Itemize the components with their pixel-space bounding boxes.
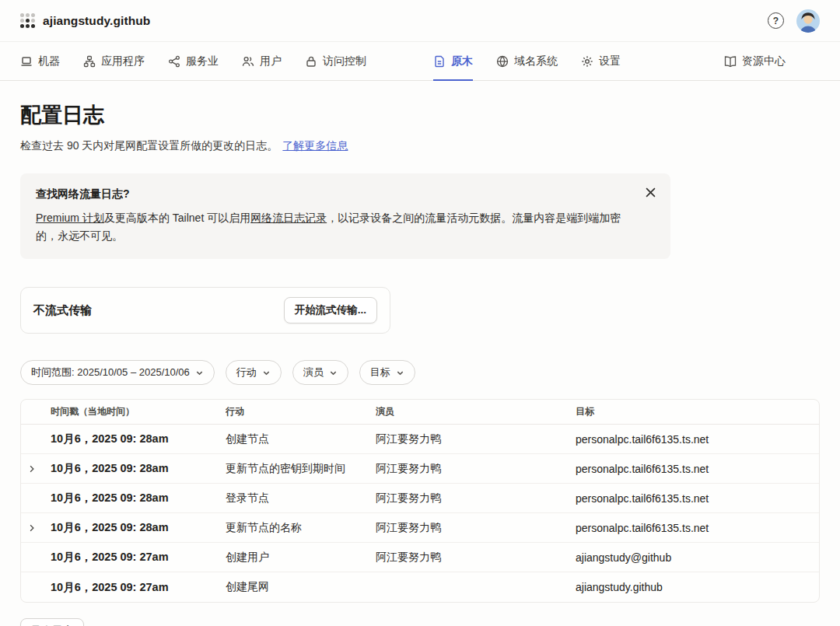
logs-icon [433,55,446,68]
log-actor: 阿江要努力鸭 [376,491,576,505]
apps-icon [83,55,96,68]
help-icon[interactable]: ? [768,12,784,29]
col-header-action: 行动 [226,405,376,418]
globe-icon [496,55,509,68]
action-filter-label: 行动 [236,365,257,379]
machines-icon [20,55,33,68]
nav-item-users[interactable]: 用户 [242,42,282,80]
log-actor: 阿江要努力鸭 [376,462,576,476]
banner-title: 查找网络流量日志? [36,187,635,201]
network-flow-logging-link[interactable]: 网络流日志记录 [250,212,327,224]
action-filter[interactable]: 行动 [226,360,282,385]
log-timestamp: 10月6，2025 09: 27am [51,550,226,565]
nav-item-services[interactable]: 服务业 [168,42,219,80]
page-subtitle: 检查过去 90 天内对尾网配置设置所做的更改的日志。 [20,139,278,152]
nav-item-access-controls[interactable]: 访问控制 [305,42,366,80]
main-nav: 机器 应用程序 服务业 用户 访问控制 原木 域名系统 设置 资源中心 [0,42,840,81]
chevron-down-icon [195,369,204,377]
lock-icon [305,55,317,68]
streaming-card: 不流式传输 开始流式传输... [20,287,390,334]
services-icon [168,55,180,68]
log-target: personalpc.tail6f6135.ts.net [576,522,819,534]
nav-label: 服务业 [186,54,219,68]
log-table-body: 10月6，2025 09: 28am 创建节点 阿江要努力鸭 personalp… [21,425,819,602]
tailscale-logo-icon [20,13,35,28]
log-action: 创建用户 [226,551,376,565]
users-icon [242,55,254,68]
nav-label: 设置 [599,54,621,68]
col-header-timestamp: 时间戳（当地时间） [51,405,226,418]
chevron-down-icon [262,369,271,377]
network-flow-banner: 查找网络流量日志? Premium 计划及更高版本的 Tailnet 可以启用网… [20,173,670,259]
table-row[interactable]: 10月6，2025 09: 28am 更新节点的密钥到期时间 阿江要努力鸭 pe… [21,454,819,484]
nav-item-dns[interactable]: 域名系统 [496,42,558,80]
log-target: personalpc.tail6f6135.ts.net [576,433,819,446]
filter-bar: 时间范围: 2025/10/05 – 2025/10/06 行动 演员 目标 [20,360,820,385]
nav-label: 域名系统 [514,54,558,68]
log-timestamp: 10月6，2025 09: 28am [51,520,226,535]
nav-label: 机器 [38,54,60,68]
log-target: ajiangstudy@github [576,551,819,564]
expand-chevron-icon[interactable] [27,464,37,474]
table-row[interactable]: 10月6，2025 09: 28am 登录节点 阿江要努力鸭 personalp… [21,484,819,513]
chevron-down-icon [396,369,404,377]
table-header-row: 时间戳（当地时间） 行动 演员 目标 [21,400,819,425]
org-name: ajiangstudy.github [43,14,150,28]
book-icon [724,55,737,68]
gear-icon [581,55,593,68]
actor-filter[interactable]: 演员 [292,360,348,385]
nav-item-settings[interactable]: 设置 [581,42,621,80]
config-log-table: 时间戳（当地时间） 行动 演员 目标 10月6，2025 09: 28am 创建… [20,399,820,603]
target-filter-label: 目标 [370,365,390,379]
log-action: 创建尾网 [226,580,376,594]
streaming-status: 不流式传输 [33,303,92,318]
time-range-label: 时间范围: 2025/10/05 – 2025/10/06 [31,365,190,379]
chevron-down-icon [329,369,338,377]
top-bar: ajiangstudy.github ? [0,0,840,42]
nav-label: 原木 [451,54,473,68]
nav-item-apps[interactable]: 应用程序 [83,42,145,80]
banner-body: Premium 计划及更高版本的 Tailnet 可以启用网络流日志记录，以记录… [36,209,635,245]
avatar[interactable] [796,9,820,33]
log-timestamp: 10月6，2025 09: 28am [51,491,226,505]
log-actor: 阿江要努力鸭 [376,521,576,535]
log-timestamp: 10月6，2025 09: 28am [51,461,226,476]
table-row[interactable]: 10月6，2025 09: 27am 创建用户 阿江要努力鸭 ajiangstu… [21,543,819,572]
actor-filter-label: 演员 [303,365,324,379]
nav-label: 访问控制 [323,54,366,68]
page-title: 配置日志 [20,101,820,129]
banner-text-1: 及更高版本的 Tailnet 可以启用 [104,212,250,224]
nav-item-machines[interactable]: 机器 [20,42,60,80]
start-streaming-button[interactable]: 开始流式传输... [284,297,377,323]
log-target: personalpc.tail6f6135.ts.net [576,492,819,505]
log-action: 更新节点的名称 [226,521,376,535]
nav-label: 用户 [260,54,282,68]
nav-item-resources[interactable]: 资源中心 [724,42,786,80]
table-row[interactable]: 10月6，2025 09: 28am 更新节点的名称 阿江要努力鸭 person… [21,513,819,543]
log-timestamp: 10月6，2025 09: 28am [51,432,226,446]
target-filter[interactable]: 目标 [359,360,415,385]
log-timestamp: 10月6，2025 09: 27am [51,580,226,595]
log-actor: 阿江要努力鸭 [376,551,576,565]
close-icon[interactable] [642,184,658,200]
log-action: 登录节点 [226,491,376,505]
nav-item-logs[interactable]: 原木 [433,42,473,80]
export-logs-button[interactable]: 导出日志 [20,618,84,626]
nav-label: 资源中心 [742,54,786,68]
learn-more-link[interactable]: 了解更多信息 [282,139,348,152]
expand-chevron-icon[interactable] [27,523,37,533]
log-actor: 阿江要努力鸭 [376,432,576,446]
table-row[interactable]: 10月6，2025 09: 27am 创建尾网 ajiangstudy.gith… [21,572,819,602]
col-header-target: 目标 [576,405,819,418]
time-range-filter[interactable]: 时间范围: 2025/10/05 – 2025/10/06 [20,360,215,385]
nav-label: 应用程序 [101,54,145,68]
log-target: ajiangstudy.github [576,581,819,593]
log-target: personalpc.tail6f6135.ts.net [576,463,819,475]
log-action: 更新节点的密钥到期时间 [226,462,376,476]
table-row[interactable]: 10月6，2025 09: 28am 创建节点 阿江要努力鸭 personalp… [21,425,819,454]
log-action: 创建节点 [226,432,376,446]
premium-plan-link[interactable]: Premium 计划 [36,212,104,224]
col-header-actor: 演员 [376,405,576,418]
